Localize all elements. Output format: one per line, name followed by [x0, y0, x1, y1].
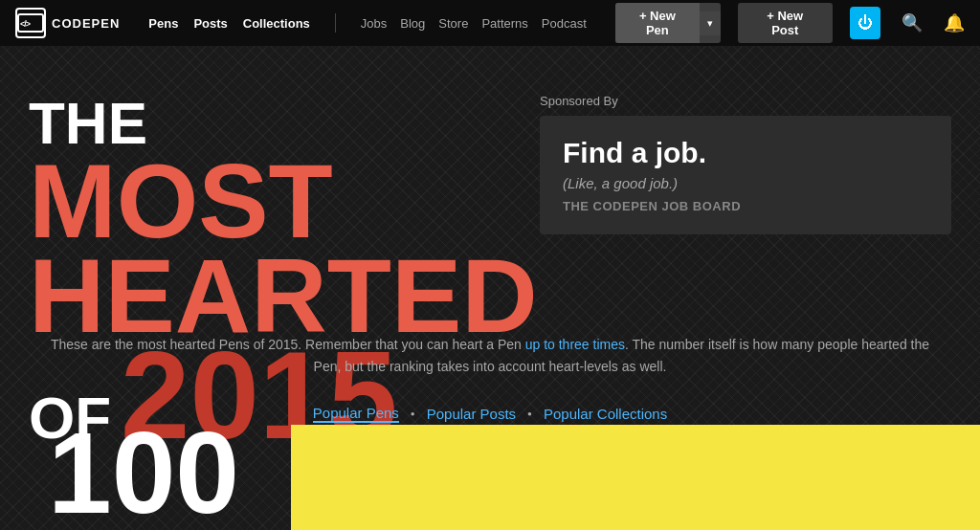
tab-popular-collections[interactable]: Popular Collections	[544, 406, 667, 422]
logo[interactable]: </> CODEPEN	[15, 8, 120, 38]
new-pen-dropdown[interactable]: ▾	[700, 11, 721, 35]
main-content: The MOST HEARTED of 2015 Sponsored By Fi…	[0, 46, 980, 530]
power-icon: ⏻	[858, 14, 873, 32]
secondary-nav: Jobs Blog Store Patterns Podcast	[355, 12, 592, 34]
sponsored-subtext: (Like, a good job.)	[563, 175, 928, 191]
nav-store[interactable]: Store	[433, 12, 474, 34]
logo-text: CODEPEN	[52, 16, 120, 31]
nav-podcast[interactable]: Podcast	[536, 12, 592, 34]
three-times-link[interactable]: up to three times	[525, 337, 625, 352]
sponsored-company: The CodePen Job Board	[563, 199, 928, 213]
nav-jobs[interactable]: Jobs	[355, 12, 392, 34]
primary-nav: Pens Posts Collections	[143, 12, 316, 34]
tab-dot-2: ●	[527, 409, 532, 418]
logo-icon: </>	[15, 8, 46, 38]
svg-text:</>: </>	[20, 19, 31, 29]
description-text: These are the most hearted Pens of 2015.…	[29, 334, 951, 355]
tab-popular-pens[interactable]: Popular Pens	[313, 405, 399, 423]
new-pen-button[interactable]: + New Pen	[615, 3, 700, 43]
ranking-number: 100	[0, 425, 287, 530]
bottom-bar: 100	[0, 425, 980, 530]
notification-icon[interactable]: 🔔	[944, 12, 965, 33]
sponsored-label: Sponsored By	[540, 94, 951, 108]
nav-pens[interactable]: Pens	[143, 12, 184, 34]
sponsored-card[interactable]: Find a job. (Like, a good job.) The Code…	[540, 116, 951, 234]
new-pen-button-group: + New Pen ▾	[615, 3, 721, 43]
new-post-button[interactable]: + New Post	[738, 3, 833, 43]
hero-section: The MOST HEARTED of 2015	[29, 94, 538, 449]
nav-divider	[335, 13, 336, 33]
tab-dot-1: ●	[411, 409, 415, 418]
nav-posts[interactable]: Posts	[188, 12, 233, 34]
sponsored-headline: Find a job.	[563, 137, 928, 169]
search-icon[interactable]: 🔍	[902, 12, 923, 33]
sponsored-area: Sponsored By Find a job. (Like, a good j…	[540, 94, 951, 234]
description-text2: Pen, but the ranking takes into account …	[29, 356, 951, 377]
navbar: </> CODEPEN Pens Posts Collections Jobs …	[0, 0, 980, 46]
desc-text1: These are the most hearted Pens of 2015.…	[51, 337, 525, 352]
nav-collections[interactable]: Collections	[237, 12, 316, 34]
desc-text2: . The number itself is how many people h…	[625, 337, 929, 352]
nav-blog[interactable]: Blog	[394, 12, 431, 34]
tab-popular-posts[interactable]: Popular Posts	[427, 406, 516, 422]
description-section: These are the most hearted Pens of 2015.…	[0, 334, 980, 377]
power-button[interactable]: ⏻	[850, 7, 880, 39]
hero-line2: MOST	[29, 153, 538, 248]
nav-patterns[interactable]: Patterns	[476, 12, 533, 34]
tab-nav: Popular Pens ● Popular Posts ● Popular C…	[0, 405, 980, 423]
bottom-card	[291, 425, 980, 530]
